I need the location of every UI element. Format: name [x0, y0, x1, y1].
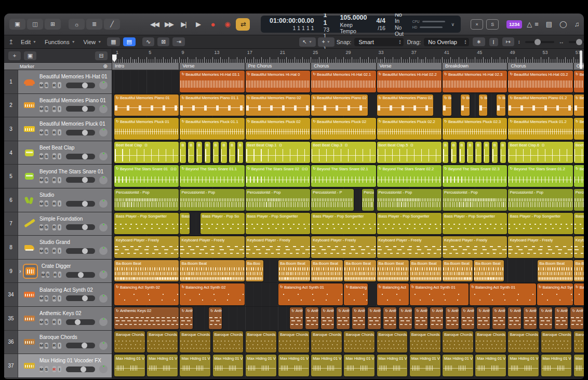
region[interactable]: ↻Beau	[574, 118, 584, 140]
pan-knob[interactable]	[99, 176, 108, 184]
live-loops-grid-button[interactable]: ▦	[107, 37, 119, 46]
track-lane-34[interactable]: ↻Balancing Act Synth 02↻Balancing Act Sy…	[112, 283, 584, 307]
region[interactable]: ↻Anthe	[570, 307, 583, 329]
region[interactable]: Bass Player - Pop Songwriter	[114, 213, 179, 235]
volume-slider[interactable]	[66, 154, 95, 159]
region[interactable]: Max Hiding 01 V	[475, 355, 506, 376]
region[interactable]: B	[475, 142, 481, 164]
pan-knob[interactable]	[99, 342, 108, 350]
region[interactable]: ↻Beautiful Memories Pluck 02.3	[443, 118, 507, 140]
track-header-35[interactable]: 35Anthemic Keys 02MSRI	[4, 307, 112, 331]
inspector-button[interactable]: ◫	[27, 19, 43, 30]
track-header-config-button[interactable]: ⊟	[95, 51, 108, 60]
track-lane-7[interactable]: Bass Player - Pop SongwriterBass PBass P…	[112, 212, 584, 236]
secondary-tool-menu[interactable]: +▼	[318, 37, 335, 47]
notepad-button[interactable]: ▤	[546, 20, 552, 28]
region[interactable]: Max Hiding 01 V	[147, 355, 178, 376]
track-name[interactable]: Simple Foundation	[39, 216, 108, 222]
region[interactable]: Keyboar	[574, 236, 584, 258]
region[interactable]: Ba-Boom Beat	[180, 260, 244, 282]
region[interactable]: ↻Balancing Act Synth 01	[537, 283, 573, 305]
volume-knob[interactable]	[82, 224, 88, 230]
volume-knob[interactable]	[82, 154, 88, 159]
region[interactable]: ↻Beautiful Memories Piano 01	[114, 94, 179, 116]
region[interactable]: Keyboard Player - Freely	[114, 236, 179, 258]
region[interactable]: Ba-Boom Beat	[474, 260, 504, 282]
cycle-button[interactable]: ⇄	[236, 18, 250, 31]
input-monitor-button[interactable]: I	[58, 177, 61, 183]
track-name[interactable]: Beautiful Memories Pluck 01	[39, 121, 108, 127]
volume-knob[interactable]	[82, 130, 88, 135]
region[interactable]: Max Hiding 01 V	[377, 355, 408, 376]
volume-knob[interactable]	[82, 201, 88, 207]
library-button[interactable]: ▣	[9, 19, 25, 30]
region[interactable]: Ba-Boom Beat	[344, 260, 376, 282]
region[interactable]: B	[492, 142, 498, 164]
region[interactable]: Keyboard Player - Freely	[508, 236, 572, 258]
input-monitor-button[interactable]: I	[58, 248, 61, 254]
pan-knob[interactable]	[99, 128, 108, 137]
region[interactable]: ↻Beautiful Memories Hi-Hat 02.2	[377, 71, 442, 92]
track-header-7[interactable]: 7Simple FoundationMSRI	[4, 212, 112, 236]
mute-button[interactable]: M	[39, 319, 43, 325]
flex-button[interactable]: ⊠	[157, 37, 169, 46]
record-enable-button[interactable]: R	[52, 177, 56, 183]
region[interactable]: Baroque Chord	[574, 331, 584, 353]
pan-knob[interactable]	[99, 223, 108, 232]
region[interactable]: B	[213, 142, 219, 164]
mute-button[interactable]: M	[39, 106, 43, 112]
pan-knob[interactable]	[99, 294, 108, 303]
region[interactable]: Beet Beat Clap.6Ω	[508, 142, 572, 164]
region[interactable]: Bass Player - Pop Songwriter	[246, 213, 310, 235]
marker-intro[interactable]: Intro	[112, 63, 179, 70]
marker-chorus[interactable]: Chorus	[508, 63, 573, 70]
back-arrow-icon[interactable]: ↥	[8, 38, 14, 46]
forward-button[interactable]: ▶▶	[163, 18, 175, 31]
volume-knob[interactable]	[82, 248, 88, 254]
region[interactable]: Percuss	[362, 189, 374, 211]
disclosure-arrow-icon[interactable]: ›	[19, 268, 21, 274]
region[interactable]: ↻Anthe	[415, 307, 427, 329]
volume-slider[interactable]	[66, 319, 95, 325]
solo-button[interactable]: S	[486, 19, 499, 30]
pan-knob[interactable]	[99, 318, 108, 326]
record-enable-button[interactable]: R	[52, 248, 56, 254]
input-monitor-button[interactable]: I	[58, 319, 61, 325]
region[interactable]: ↻Anthe	[524, 307, 537, 329]
volume-slider[interactable]	[66, 106, 95, 112]
track-lane-37[interactable]: Max Hiding 01 VMax Hiding 01 VMax Hiding…	[112, 354, 584, 378]
region[interactable]: Bass Player - Pop Songwriter	[377, 213, 442, 235]
record-button[interactable]: ●	[207, 18, 218, 31]
track-lane-6[interactable]: Percussionist - PopPercussionist - PopPe…	[112, 188, 584, 212]
volume-slider[interactable]	[66, 130, 95, 135]
track-header-4[interactable]: 4Beet Beat ClapMSRI	[4, 141, 112, 165]
track-header-37[interactable]: 37Max Hiding 01 Vocoder FXMSRI	[4, 354, 112, 378]
region[interactable]: Beet Beat ClapΩ	[114, 142, 179, 164]
solo-button[interactable]: S	[45, 248, 48, 254]
region[interactable]: Percussionist - Pop	[508, 189, 572, 211]
region[interactable]: Baroque Chords	[443, 331, 473, 353]
solo-button[interactable]: S	[45, 82, 48, 88]
region[interactable]: Baroque Chords	[213, 331, 244, 353]
waveform-zoom-button[interactable]: ∗	[473, 37, 485, 46]
track-header-34[interactable]: 34Balancing Act Synth 02MSRI	[4, 283, 112, 307]
solo-button[interactable]: S	[45, 343, 48, 349]
edit-menu[interactable]: Edit▼	[18, 38, 39, 46]
solo-button[interactable]: S	[45, 319, 48, 325]
lcd-display[interactable]: 01:00:00:00.00 1 1 1 1 1 65 1 1 1 73 1 1…	[261, 16, 461, 33]
region[interactable]: ↻Anthe	[477, 307, 490, 329]
track-lane-35[interactable]: ↻Anthemic Keys 02↻Anthe↻Anthe↻Anthe↻Anth…	[112, 307, 584, 331]
region[interactable]: Max Hiding 01 1	[574, 355, 584, 376]
volume-slider[interactable]	[66, 367, 95, 372]
region[interactable]: B	[196, 142, 202, 164]
pointer-tool-menu[interactable]: ↖▼	[299, 37, 316, 47]
region[interactable]: ↻Beautiful Memories Hi-Hat 02.1	[311, 71, 376, 92]
track-lane-3[interactable]: ↻Beautiful Memories Pluck 01↻Beautiful M…	[112, 117, 584, 141]
region[interactable]: ↻Anthe	[368, 307, 381, 329]
region[interactable]: ↻Beautiful Memories Pluck 01.1	[180, 118, 244, 140]
record-enable-button[interactable]: R	[52, 295, 56, 302]
volume-knob[interactable]	[78, 272, 84, 278]
region[interactable]: ↻Beautiful Memories Pluck 01.2	[508, 118, 572, 140]
vertical-zoom-button[interactable]: I	[489, 38, 498, 46]
record-enable-button[interactable]: R	[52, 343, 56, 349]
